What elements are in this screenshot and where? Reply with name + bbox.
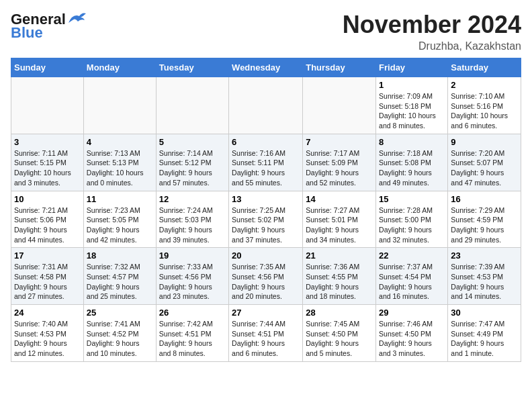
day-info: Sunrise: 7:47 AM Sunset: 4:49 PM Dayligh…: [451, 319, 518, 359]
day-info: Sunrise: 7:29 AM Sunset: 4:59 PM Dayligh…: [451, 205, 518, 245]
calendar-week-row: 24Sunrise: 7:40 AM Sunset: 4:53 PM Dayli…: [11, 305, 521, 362]
table-row: 14Sunrise: 7:27 AM Sunset: 5:01 PM Dayli…: [303, 191, 376, 248]
day-number: 12: [159, 194, 226, 204]
logo-blue: Blue: [11, 24, 43, 42]
table-row: 24Sunrise: 7:40 AM Sunset: 4:53 PM Dayli…: [11, 305, 84, 362]
logo-bird-icon: [67, 11, 87, 26]
day-number: 4: [87, 137, 153, 147]
day-number: 23: [451, 250, 518, 261]
day-number: 8: [379, 137, 445, 147]
day-info: Sunrise: 7:27 AM Sunset: 5:01 PM Dayligh…: [306, 205, 373, 245]
col-friday: Friday: [376, 58, 448, 77]
day-number: 1: [379, 80, 445, 90]
day-number: 22: [379, 250, 445, 261]
col-monday: Monday: [83, 58, 156, 77]
day-number: 29: [379, 308, 445, 318]
day-info: Sunrise: 7:18 AM Sunset: 5:08 PM Dayligh…: [379, 148, 445, 188]
day-info: Sunrise: 7:39 AM Sunset: 4:53 PM Dayligh…: [451, 262, 518, 302]
day-number: 16: [451, 194, 518, 204]
day-info: Sunrise: 7:41 AM Sunset: 4:52 PM Dayligh…: [87, 319, 153, 359]
day-number: 11: [87, 194, 153, 204]
day-info: Sunrise: 7:20 AM Sunset: 5:07 PM Dayligh…: [451, 148, 518, 188]
calendar: Sunday Monday Tuesday Wednesday Thursday…: [11, 58, 521, 362]
day-number: 24: [14, 308, 81, 318]
day-number: 6: [232, 137, 300, 147]
table-row: 10Sunrise: 7:21 AM Sunset: 5:06 PM Dayli…: [11, 191, 84, 248]
day-info: Sunrise: 7:46 AM Sunset: 4:50 PM Dayligh…: [379, 319, 445, 359]
table-row: 25Sunrise: 7:41 AM Sunset: 4:52 PM Dayli…: [83, 305, 156, 362]
col-tuesday: Tuesday: [156, 58, 228, 77]
day-info: Sunrise: 7:16 AM Sunset: 5:11 PM Dayligh…: [232, 148, 300, 188]
table-row: 22Sunrise: 7:37 AM Sunset: 4:54 PM Dayli…: [376, 248, 448, 305]
table-row: 11Sunrise: 7:23 AM Sunset: 5:05 PM Dayli…: [83, 191, 156, 248]
table-row: [83, 77, 156, 134]
day-info: Sunrise: 7:14 AM Sunset: 5:12 PM Dayligh…: [159, 148, 226, 188]
day-number: 17: [14, 250, 81, 261]
day-info: Sunrise: 7:44 AM Sunset: 4:51 PM Dayligh…: [232, 319, 300, 359]
day-number: 10: [14, 194, 81, 204]
table-row: 30Sunrise: 7:47 AM Sunset: 4:49 PM Dayli…: [448, 305, 521, 362]
col-saturday: Saturday: [448, 58, 521, 77]
table-row: 23Sunrise: 7:39 AM Sunset: 4:53 PM Dayli…: [448, 248, 521, 305]
table-row: 9Sunrise: 7:20 AM Sunset: 5:07 PM Daylig…: [448, 134, 521, 191]
day-number: 25: [87, 308, 153, 318]
day-number: 19: [159, 250, 226, 261]
table-row: 8Sunrise: 7:18 AM Sunset: 5:08 PM Daylig…: [376, 134, 448, 191]
table-row: 18Sunrise: 7:32 AM Sunset: 4:57 PM Dayli…: [83, 248, 156, 305]
table-row: 16Sunrise: 7:29 AM Sunset: 4:59 PM Dayli…: [448, 191, 521, 248]
month-title: November 2024: [343, 11, 521, 39]
table-row: 4Sunrise: 7:13 AM Sunset: 5:13 PM Daylig…: [83, 134, 156, 191]
table-row: 15Sunrise: 7:28 AM Sunset: 5:00 PM Dayli…: [376, 191, 448, 248]
table-row: [303, 77, 376, 134]
day-number: 15: [379, 194, 445, 204]
calendar-week-row: 1Sunrise: 7:09 AM Sunset: 5:18 PM Daylig…: [11, 77, 521, 134]
day-info: Sunrise: 7:32 AM Sunset: 4:57 PM Dayligh…: [87, 262, 153, 302]
table-row: 13Sunrise: 7:25 AM Sunset: 5:02 PM Dayli…: [229, 191, 303, 248]
day-number: 21: [306, 250, 373, 261]
day-number: 26: [159, 308, 226, 318]
logo: General Blue: [11, 11, 87, 42]
day-info: Sunrise: 7:17 AM Sunset: 5:09 PM Dayligh…: [306, 148, 373, 188]
table-row: 6Sunrise: 7:16 AM Sunset: 5:11 PM Daylig…: [229, 134, 303, 191]
table-row: [11, 77, 84, 134]
day-number: 13: [232, 194, 300, 204]
day-info: Sunrise: 7:09 AM Sunset: 5:18 PM Dayligh…: [379, 91, 445, 131]
day-number: 18: [87, 250, 153, 261]
table-row: 28Sunrise: 7:45 AM Sunset: 4:50 PM Dayli…: [303, 305, 376, 362]
day-info: Sunrise: 7:45 AM Sunset: 4:50 PM Dayligh…: [306, 319, 373, 359]
day-number: 2: [451, 80, 518, 90]
calendar-week-row: 17Sunrise: 7:31 AM Sunset: 4:58 PM Dayli…: [11, 248, 521, 305]
table-row: 17Sunrise: 7:31 AM Sunset: 4:58 PM Dayli…: [11, 248, 84, 305]
day-info: Sunrise: 7:25 AM Sunset: 5:02 PM Dayligh…: [232, 205, 300, 245]
col-wednesday: Wednesday: [229, 58, 303, 77]
table-row: 5Sunrise: 7:14 AM Sunset: 5:12 PM Daylig…: [156, 134, 228, 191]
col-sunday: Sunday: [11, 58, 84, 77]
day-info: Sunrise: 7:10 AM Sunset: 5:16 PM Dayligh…: [451, 91, 518, 131]
table-row: 20Sunrise: 7:35 AM Sunset: 4:56 PM Dayli…: [229, 248, 303, 305]
day-info: Sunrise: 7:23 AM Sunset: 5:05 PM Dayligh…: [87, 205, 153, 245]
table-row: 1Sunrise: 7:09 AM Sunset: 5:18 PM Daylig…: [376, 77, 448, 134]
table-row: 7Sunrise: 7:17 AM Sunset: 5:09 PM Daylig…: [303, 134, 376, 191]
day-number: 27: [232, 308, 300, 318]
day-info: Sunrise: 7:11 AM Sunset: 5:15 PM Dayligh…: [14, 148, 81, 188]
day-number: 9: [451, 137, 518, 147]
day-info: Sunrise: 7:40 AM Sunset: 4:53 PM Dayligh…: [14, 319, 81, 359]
table-row: 12Sunrise: 7:24 AM Sunset: 5:03 PM Dayli…: [156, 191, 228, 248]
table-row: 26Sunrise: 7:42 AM Sunset: 4:51 PM Dayli…: [156, 305, 228, 362]
day-number: 5: [159, 137, 226, 147]
day-number: 28: [306, 308, 373, 318]
location-title: Druzhba, Kazakhstan: [343, 40, 521, 52]
calendar-week-row: 3Sunrise: 7:11 AM Sunset: 5:15 PM Daylig…: [11, 134, 521, 191]
day-info: Sunrise: 7:36 AM Sunset: 4:55 PM Dayligh…: [306, 262, 373, 302]
calendar-header-row: Sunday Monday Tuesday Wednesday Thursday…: [11, 58, 521, 77]
day-info: Sunrise: 7:35 AM Sunset: 4:56 PM Dayligh…: [232, 262, 300, 302]
day-number: 3: [14, 137, 81, 147]
table-row: 27Sunrise: 7:44 AM Sunset: 4:51 PM Dayli…: [229, 305, 303, 362]
day-number: 30: [451, 308, 518, 318]
day-number: 7: [306, 137, 373, 147]
day-info: Sunrise: 7:21 AM Sunset: 5:06 PM Dayligh…: [14, 205, 81, 245]
day-info: Sunrise: 7:33 AM Sunset: 4:56 PM Dayligh…: [159, 262, 226, 302]
table-row: [156, 77, 228, 134]
day-number: 14: [306, 194, 373, 204]
day-info: Sunrise: 7:28 AM Sunset: 5:00 PM Dayligh…: [379, 205, 445, 245]
